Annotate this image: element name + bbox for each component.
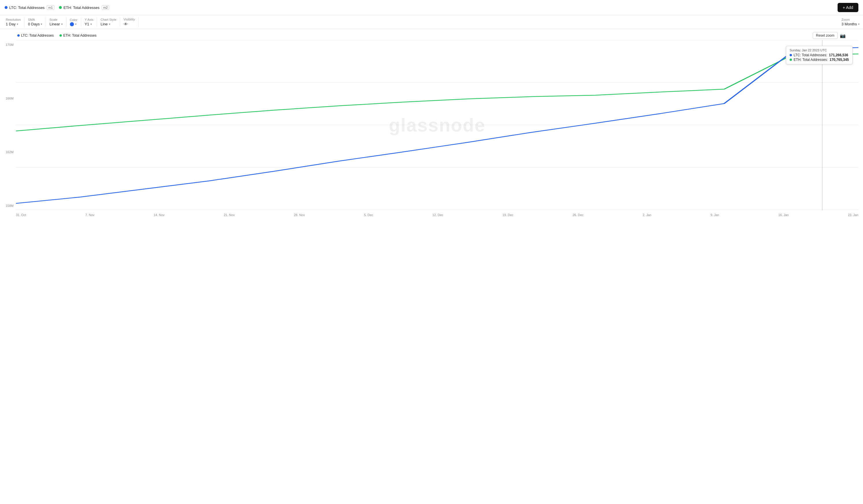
scale-label: Scale	[49, 18, 62, 21]
zoom-value: 3 Months	[842, 22, 857, 26]
chart-area: 170M 166M 162M 158M	[0, 40, 863, 219]
y-axis-group: Y Axis Y1 ▾	[81, 17, 97, 27]
top-bar: LTC: Total Addresses m1 ETH: Total Addre…	[0, 0, 863, 15]
y-axis-dropdown[interactable]: Y1 ▾	[85, 22, 93, 26]
chart-style-value: Line	[100, 22, 108, 26]
sma-chevron-icon: ▾	[41, 23, 42, 26]
tooltip-ltc-value: 171,266,536	[829, 53, 848, 57]
series-legend: LTC: Total Addresses m1 ETH: Total Addre…	[4, 5, 109, 10]
scale-group: Scale Linear ▾	[46, 17, 66, 27]
x-label-dec19: 19. Dec	[502, 213, 514, 217]
visibility-group: Visibility 👁	[120, 17, 139, 27]
chart-legend: LTC: Total Addresses ETH: Total Addresse…	[0, 29, 863, 40]
tooltip-eth-label: ETH: Total Addresses:	[794, 58, 828, 62]
y-axis-labels: 170M 166M 162M 158M	[0, 40, 16, 210]
y-label-170: 170M	[0, 43, 16, 47]
x-label-jan2: 2. Jan	[643, 213, 651, 217]
sma-group: SMA 0 Days ▾	[25, 17, 46, 27]
scale-value: Linear	[49, 22, 60, 26]
color-group: Color ▾	[66, 17, 81, 27]
eth-dot	[59, 6, 62, 9]
ltc-line	[16, 48, 859, 203]
x-label-jan9: 9. Jan	[711, 213, 719, 217]
camera-icon[interactable]: 📷	[840, 33, 846, 38]
chart-ltc-dot	[17, 34, 20, 37]
add-button-label: + Add	[843, 5, 853, 10]
resolution-dropdown[interactable]: 1 Day ▾	[6, 22, 21, 26]
visibility-label: Visibility	[124, 17, 135, 21]
x-label-nov7: 7. Nov	[85, 213, 95, 217]
chart-plot: glassnode Sunday, Jan 22 2023 UTC LTC: T…	[16, 40, 859, 210]
color-dropdown[interactable]: ▾	[70, 22, 77, 26]
y-axis-label: Y Axis	[85, 18, 93, 21]
tooltip-ltc-label: LTC: Total Addresses:	[794, 53, 827, 57]
chart-style-chevron-icon: ▾	[109, 23, 110, 26]
x-label-nov21: 21. Nov	[224, 213, 235, 217]
chart-legend-eth: ETH: Total Addresses	[60, 34, 97, 38]
tooltip-ltc-dot	[790, 54, 792, 56]
add-button[interactable]: + Add	[838, 3, 859, 12]
x-label-jan16: 16. Jan	[778, 213, 789, 217]
eth-label: ETH: Total Addresses	[64, 5, 100, 10]
resolution-chevron-icon: ▾	[17, 23, 18, 26]
legend-item-ltc: LTC: Total Addresses m1	[4, 5, 54, 10]
tooltip-row-ltc: LTC: Total Addresses: 171,266,536	[790, 53, 849, 57]
x-label-nov14: 14. Nov	[154, 213, 165, 217]
visibility-toggle[interactable]: 👁	[124, 22, 135, 27]
sma-label: SMA	[28, 18, 42, 21]
ltc-label: LTC: Total Addresses	[9, 5, 45, 10]
chart-style-label: Chart Style	[100, 18, 116, 21]
legend-item-eth: ETH: Total Addresses m2	[59, 5, 109, 10]
eth-line	[16, 54, 859, 131]
ltc-dot	[4, 6, 8, 9]
tooltip-date: Sunday, Jan 22 2023 UTC	[790, 49, 849, 52]
y-label-162: 162M	[0, 150, 16, 154]
scale-chevron-icon: ▾	[61, 23, 63, 26]
zoom-dropdown[interactable]: 3 Months ▾	[842, 22, 860, 26]
zoom-label: Zoom	[842, 18, 860, 21]
color-label: Color	[70, 18, 77, 22]
resolution-label: Resolution	[6, 18, 21, 21]
chart-eth-dot	[60, 34, 62, 37]
y-label-166: 166M	[0, 96, 16, 100]
color-chevron-icon: ▾	[75, 23, 76, 26]
x-label-nov28: 28. Nov	[294, 213, 305, 217]
y-label-158: 158M	[0, 204, 16, 207]
chart-style-group: Chart Style Line ▾	[97, 17, 120, 27]
chart-ltc-label: LTC: Total Addresses	[21, 34, 54, 38]
eth-badge: m2	[102, 5, 109, 10]
chart-container: LTC: Total Addresses ETH: Total Addresse…	[0, 29, 863, 219]
eye-icon: 👁	[124, 22, 128, 27]
reset-zoom-button[interactable]: Reset zoom	[813, 32, 838, 39]
x-label-dec12: 12. Dec	[433, 213, 443, 217]
color-swatch	[70, 22, 74, 26]
chart-svg	[16, 40, 859, 210]
x-label-dec26: 26. Dec	[573, 213, 584, 217]
chart-eth-label: ETH: Total Addresses	[63, 34, 97, 38]
tooltip-row-eth: ETH: Total Addresses: 170,765,345	[790, 58, 849, 62]
x-label-oct31: 31. Oct	[16, 213, 26, 217]
chart-tooltip: Sunday, Jan 22 2023 UTC LTC: Total Addre…	[786, 46, 853, 64]
resolution-group: Resolution 1 Day ▾	[2, 17, 25, 27]
tooltip-eth-value: 170,765,345	[829, 58, 849, 62]
x-axis-labels: 31. Oct 7. Nov 14. Nov 21. Nov 28. Nov 5…	[16, 211, 859, 219]
resolution-value: 1 Day	[6, 22, 16, 26]
x-label-jan23: 23. Jan	[848, 213, 859, 217]
toolbar: Resolution 1 Day ▾ SMA 0 Days ▾ Scale Li…	[0, 15, 863, 29]
chart-legend-ltc: LTC: Total Addresses	[17, 34, 54, 38]
scale-dropdown[interactable]: Linear ▾	[49, 22, 62, 26]
zoom-group: Zoom 3 Months ▾	[838, 17, 863, 27]
chart-style-dropdown[interactable]: Line ▾	[100, 22, 116, 26]
y-axis-chevron-icon: ▾	[90, 23, 92, 26]
sma-dropdown[interactable]: 0 Days ▾	[28, 22, 42, 26]
ltc-badge: m1	[47, 5, 54, 10]
y-axis-value: Y1	[85, 22, 89, 26]
x-label-dec5: 5. Dec	[364, 213, 373, 217]
tooltip-eth-dot	[790, 59, 792, 61]
sma-value: 0 Days	[28, 22, 40, 26]
zoom-chevron-icon: ▾	[858, 23, 860, 26]
